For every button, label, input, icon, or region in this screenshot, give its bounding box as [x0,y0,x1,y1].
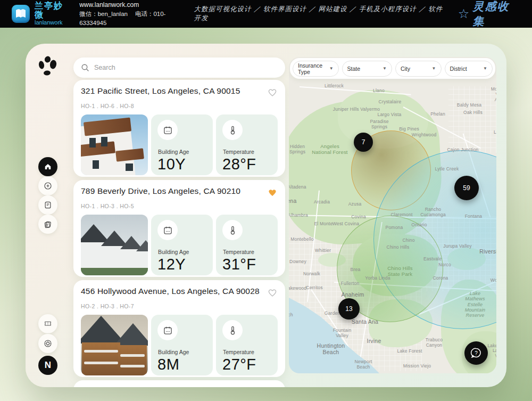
map-cluster-marker[interactable]: 7 [354,133,373,152]
app-panel: N 321 Pacific Street, Los Angeles, CA 90… [26,44,506,387]
building-age-value: 12Y [157,256,186,273]
building-age-label: Building Age [158,249,189,255]
property-address: 321 Pacific Street, Los Angeles, CA 9001… [81,86,240,96]
n-logo-badge[interactable]: N [38,356,57,375]
svg-text:?: ? [475,350,478,356]
nav-tickets-button[interactable] [38,314,57,333]
filter-label: City [401,66,410,72]
policy-codes: HO-1 . HO-6 . HO-8 [81,103,278,109]
favorite-heart-icon-filled[interactable] [267,187,278,199]
home-icon [43,162,53,171]
property-address: 789 Beverly Drive, Los Angeles, CA 90210 [81,186,240,196]
temperature-label: Temperature [223,349,254,355]
filter-insurance-type[interactable]: Insurance Type▼ [293,61,339,77]
property-photo [81,215,148,275]
filter-label: Insurance Type [298,62,325,75]
lanlanwork-logo-icon [12,5,30,23]
chevron-down-icon: ▼ [378,66,387,71]
building-age-tile: Building Age 10Y [151,114,213,175]
building-age-label: Building Age [158,149,189,155]
nav-add-button[interactable] [38,176,57,195]
calendar-icon [163,325,173,335]
map-filter-bar: Insurance Type▼ State▼ City▼ District▼ [290,58,495,79]
star-icon: ☆ [458,7,470,20]
property-card[interactable]: 321 Pacific Street, Los Angeles, CA 9001… [73,80,285,177]
chevron-down-icon: ▼ [479,66,487,71]
temperature-value: 31°F [222,256,256,273]
building-age-value: 8M [157,356,179,373]
help-button[interactable]: ? [464,341,488,365]
property-card[interactable]: 456 Hollywood Avenue, Los Angeles, CA 90… [73,280,285,377]
filter-district[interactable]: District▼ [445,61,493,77]
inspiration-collection-logo: ☆ 灵感收集 [458,0,518,29]
property-photo [81,315,148,375]
building-age-tile: Building Age 12Y [151,215,213,275]
clipboard-icon [43,200,53,210]
nav-support-button[interactable] [38,334,57,353]
property-card[interactable]: 123 Sunset Boulevard, Los Angeles, CA 90… [73,380,285,387]
brand-name-en: lanlanwork [35,20,71,26]
calendar-icon [163,125,173,135]
property-address: 123 Sunset Boulevard, Los Angeles, CA 90… [81,387,247,387]
nav-documents-button[interactable] [38,215,57,234]
plus-circle-icon [43,181,53,191]
thermometer-icon [228,225,238,235]
favorite-heart-icon[interactable] [267,87,278,99]
brand: 兰亭妙微 lanlanwork [35,2,71,26]
page: 兰亭妙微 lanlanwork www.lanlanwork.com 微信：be… [0,0,532,401]
map-label: Phelan [430,112,445,117]
book-icon [14,8,27,20]
collection-label: 灵感收集 [472,0,518,29]
search-icon [81,63,90,72]
filter-label: District [450,66,467,72]
policy-codes: HO-1 . HO-3 . HO-5 [81,203,278,209]
property-card[interactable]: 789 Beverly Drive, Los Angeles, CA 90210… [73,180,285,277]
lifebuoy-icon [43,339,53,348]
services-list: 大数据可视化设计 ／ 软件界面设计 ／ 网站建设 ／ 手机及小程序设计 ／ 软件… [194,5,443,23]
thermometer-icon [228,125,238,135]
ticket-icon [43,319,53,329]
property-photo [81,114,148,175]
map-canvas[interactable]: LittlerockLlanoCrystalaireJuniper Hills … [289,57,496,373]
map-label: Trabuco Canyon [426,338,443,348]
building-age-label: Building Age [158,349,189,355]
website-url: www.lanlanwork.com [79,0,194,10]
filter-label: State [347,66,361,72]
filter-state[interactable]: State▼ [342,61,392,77]
temperature-value: 27°F [222,356,256,373]
top-header: 兰亭妙微 lanlanwork www.lanlanwork.com 微信：be… [0,0,532,28]
favorite-heart-icon[interactable] [267,288,278,299]
nav-notes-button[interactable] [38,195,57,215]
map-cluster-marker[interactable]: 13 [338,298,360,320]
temperature-label: Temperature [223,249,254,255]
help-chat-icon: ? [469,346,483,360]
temperature-tile: Temperature 28°F [216,114,278,175]
sidebar: N [26,44,73,387]
contact-info: www.lanlanwork.com 微信：ben_lanlan电话：010-6… [79,0,194,28]
property-address: 456 Hollywood Avenue, Los Angeles, CA 90… [81,287,260,296]
calendar-icon [163,225,173,235]
wechat-contact: 微信：ben_lanlan [79,11,128,17]
building-age-value: 10Y [157,156,186,173]
chevron-down-icon: ▼ [325,66,334,71]
temperature-tile: Temperature 27°F [216,315,278,375]
building-age-tile: Building Age 8M [151,315,213,375]
filter-city[interactable]: City▼ [395,61,442,77]
search-bar[interactable] [73,58,285,78]
search-input[interactable] [94,64,264,71]
copy-cards-icon [43,219,53,229]
policy-codes: HO-2 . HO-3 . HO-7 [81,303,278,309]
thermometer-icon [228,325,238,335]
temperature-tile: Temperature 31°F [216,215,278,275]
app-logo [39,56,57,76]
temperature-label: Temperature [223,149,254,155]
chevron-down-icon: ▼ [428,66,436,71]
brand-name-zh: 兰亭妙微 [35,2,71,20]
nav-home-button[interactable] [38,157,57,176]
map-cluster-marker[interactable]: 59 [454,176,479,200]
temperature-value: 28°F [222,156,256,173]
